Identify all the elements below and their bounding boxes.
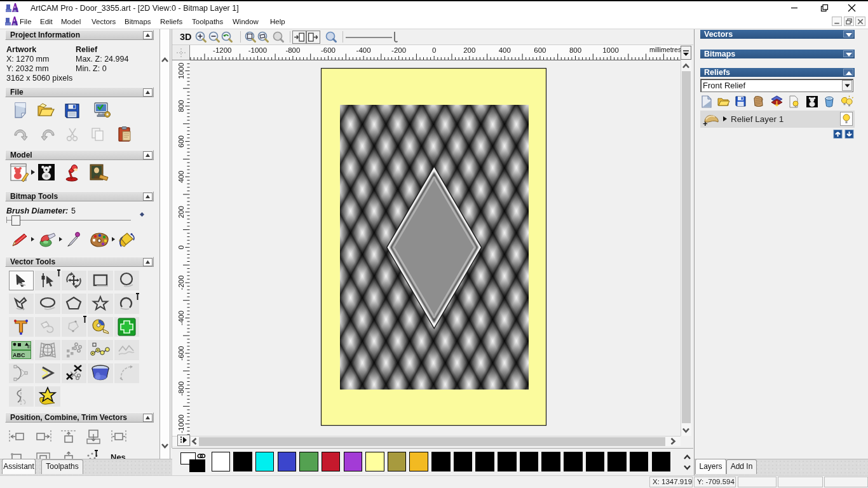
svg-text:600: 600 <box>177 135 185 147</box>
svg-text:-1200: -1200 <box>213 46 231 54</box>
svg-text:-1000: -1000 <box>248 46 267 54</box>
svg-text:millimetres: millimetres <box>649 46 681 53</box>
svg-text:+: + <box>703 119 708 128</box>
svg-text:200: 200 <box>463 46 475 54</box>
svg-text:600: 600 <box>534 46 546 54</box>
svg-text:-800: -800 <box>177 381 185 396</box>
svg-text:-200: -200 <box>391 46 406 54</box>
svg-text:400: 400 <box>177 171 185 183</box>
svg-text:-600: -600 <box>321 46 336 54</box>
svg-text:-200: -200 <box>177 275 185 290</box>
svg-text:0: 0 <box>177 245 185 249</box>
svg-text:-400: -400 <box>177 311 185 325</box>
svg-text:400: 400 <box>499 46 511 54</box>
svg-text:1000: 1000 <box>602 46 619 54</box>
svg-text:200: 200 <box>177 206 185 218</box>
svg-text:800: 800 <box>569 46 581 54</box>
svg-text:-400: -400 <box>356 46 371 54</box>
svg-text:ABC: ABC <box>13 352 25 358</box>
svg-text:0: 0 <box>432 46 436 54</box>
svg-text:E: E <box>27 344 31 349</box>
svg-text:-800: -800 <box>285 46 300 54</box>
svg-text:1000: 1000 <box>177 63 185 79</box>
svg-text:800: 800 <box>177 100 185 112</box>
svg-text:-1000: -1000 <box>177 414 185 433</box>
svg-text:-600: -600 <box>177 346 185 360</box>
